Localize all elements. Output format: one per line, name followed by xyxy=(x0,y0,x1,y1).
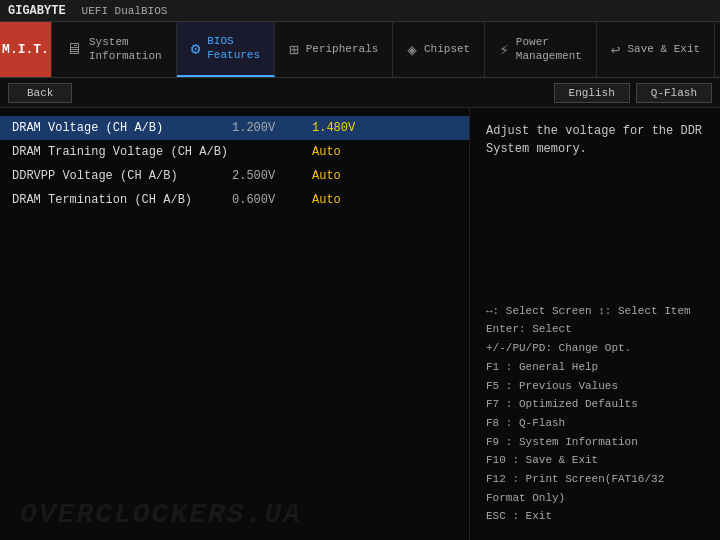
setting-name: DDRVPP Voltage (CH A/B) xyxy=(12,169,232,183)
setting-default-value: 0.600V xyxy=(232,193,312,207)
language-button[interactable]: English xyxy=(554,83,630,103)
bios-features-icon: ⚙ xyxy=(191,39,201,59)
setting-current-value: Auto xyxy=(312,193,457,207)
setting-name: DRAM Termination (CH A/B) xyxy=(12,193,232,207)
nav-item-power-management[interactable]: ⚡Power Management xyxy=(485,22,597,77)
save-exit-label: Save & Exit xyxy=(628,43,701,56)
chipset-icon: ◈ xyxy=(407,40,417,60)
help-section: ↔: Select Screen ↕: Select ItemEnter: Se… xyxy=(486,302,704,526)
help-line: F9 : System Information xyxy=(486,433,704,452)
setting-current-value: Auto xyxy=(312,145,457,159)
help-line: F10 : Save & Exit xyxy=(486,451,704,470)
peripherals-label: Peripherals xyxy=(306,43,379,56)
system-information-label: System Information xyxy=(89,36,162,62)
power-management-label: Power Management xyxy=(516,36,582,62)
navbar: M.I.T. 🖥System Information⚙BIOS Features… xyxy=(0,22,720,78)
power-management-icon: ⚡ xyxy=(499,40,509,60)
setting-row[interactable]: DRAM Termination (CH A/B)0.600VAuto xyxy=(0,188,469,212)
chipset-label: Chipset xyxy=(424,43,470,56)
setting-name: DRAM Training Voltage (CH A/B) xyxy=(12,145,232,159)
app-name: UEFI DualBIOS xyxy=(82,5,168,17)
setting-current-value: 1.480V xyxy=(312,121,457,135)
back-button[interactable]: Back xyxy=(8,83,72,103)
setting-row[interactable]: DRAM Voltage (CH A/B)1.200V1.480V xyxy=(0,116,469,140)
toolbar-right: English Q-Flash xyxy=(554,83,712,103)
brand-logo: GIGABYTE xyxy=(8,4,66,18)
help-line: F12 : Print Screen(FAT16/32 Format Only) xyxy=(486,470,704,507)
nav-item-bios-features[interactable]: ⚙BIOS Features xyxy=(177,22,275,77)
peripherals-icon: ⊞ xyxy=(289,40,299,60)
help-line: F8 : Q-Flash xyxy=(486,414,704,433)
nav-item-peripherals[interactable]: ⊞Peripherals xyxy=(275,22,393,77)
save-exit-icon: ↩ xyxy=(611,40,621,60)
help-line: Enter: Select xyxy=(486,320,704,339)
setting-row[interactable]: DRAM Training Voltage (CH A/B)Auto xyxy=(0,140,469,164)
help-line: ESC : Exit xyxy=(486,507,704,526)
nav-item-system-information[interactable]: 🖥System Information xyxy=(52,22,177,77)
bios-features-label: BIOS Features xyxy=(207,35,260,61)
help-line: F1 : General Help xyxy=(486,358,704,377)
main-content: DRAM Voltage (CH A/B)1.200V1.480VDRAM Tr… xyxy=(0,108,720,540)
nav-item-save-exit[interactable]: ↩Save & Exit xyxy=(597,22,715,77)
help-line: F7 : Optimized Defaults xyxy=(486,395,704,414)
nav-item-chipset[interactable]: ◈Chipset xyxy=(393,22,485,77)
right-panel: Adjust the voltage for the DDR System me… xyxy=(470,108,720,540)
setting-name: DRAM Voltage (CH A/B) xyxy=(12,121,232,135)
help-line: +/-/PU/PD: Change Opt. xyxy=(486,339,704,358)
settings-panel: DRAM Voltage (CH A/B)1.200V1.480VDRAM Tr… xyxy=(0,108,470,540)
help-line: F5 : Previous Values xyxy=(486,377,704,396)
mit-label: M.I.T. xyxy=(2,42,49,57)
system-information-icon: 🖥 xyxy=(66,40,82,59)
setting-row[interactable]: DDRVPP Voltage (CH A/B)2.500VAuto xyxy=(0,164,469,188)
setting-current-value: Auto xyxy=(312,169,457,183)
qflash-button[interactable]: Q-Flash xyxy=(636,83,712,103)
mit-button[interactable]: M.I.T. xyxy=(0,22,52,77)
setting-default-value: 2.500V xyxy=(232,169,312,183)
titlebar: GIGABYTE UEFI DualBIOS xyxy=(0,0,720,22)
setting-default-value: 1.200V xyxy=(232,121,312,135)
toolbar: Back English Q-Flash xyxy=(0,78,720,108)
description-box: Adjust the voltage for the DDR System me… xyxy=(486,122,704,158)
help-line: ↔: Select Screen ↕: Select Item xyxy=(486,302,704,321)
